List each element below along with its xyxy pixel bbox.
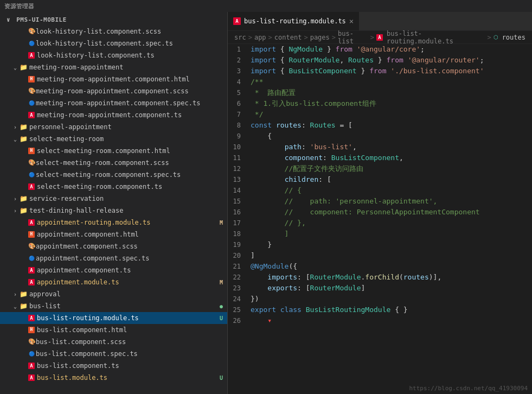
token-punct: }	[357, 67, 369, 75]
sidebar-item-bus-list-spec[interactable]: 🔵bus-list.component.spec.ts	[0, 348, 227, 360]
sidebar-item-appointment-routing[interactable]: Aappointment-routing.module.tsM	[0, 217, 227, 228]
sidebar-item-bus-list-module[interactable]: Abus-list.module.tsU	[0, 372, 227, 384]
breadcrumb-segment[interactable]: routes	[502, 34, 525, 41]
line-content[interactable]: children: [	[249, 174, 532, 185]
breadcrumb-segment[interactable]: content	[274, 34, 302, 41]
spec-icon: 🔵	[28, 255, 35, 262]
sidebar-item-service-folder[interactable]: ›📁service-reservation	[0, 193, 227, 205]
breadcrumb-segment[interactable]: pages	[310, 34, 330, 41]
breadcrumb-segment[interactable]: app	[254, 34, 266, 41]
line-content[interactable]: imports: [RouterModule.forChild(routes)]…	[249, 272, 532, 282]
sidebar-item-look-history-spec[interactable]: 🔵look-history-list.component.spec.ts	[0, 37, 227, 49]
line-content[interactable]: //配置子文件夹访问路由	[249, 163, 532, 174]
sidebar-item-meeting-room-html[interactable]: Hmeeting-room-appointment.component.html	[0, 73, 227, 85]
sidebar-item-meeting-room-spec[interactable]: 🔵meeting-room-appointment.component.spec…	[0, 97, 227, 109]
editor-tab[interactable]: A bus-list-routing.module.ts ×	[228, 12, 359, 30]
topbar: 资源管理器	[0, 0, 532, 12]
item-badge: M	[220, 220, 223, 226]
line-content[interactable]: {	[249, 131, 532, 141]
line-content[interactable]: // },	[249, 218, 532, 228]
token-punct: })	[251, 295, 259, 303]
line-content[interactable]: ▾	[249, 315, 532, 326]
angular-icon: A	[28, 219, 35, 226]
line-content[interactable]: ]	[249, 250, 532, 260]
sidebar-item-select-meeting-html[interactable]: Hselect-meeting-room.component.html	[0, 145, 227, 157]
sidebar-content[interactable]: 🎨look-history-list.component.scss🔵look-h…	[0, 26, 227, 394]
sidebar-item-select-meeting-ts[interactable]: Aselect-meeting-room.component.ts	[0, 181, 227, 193]
token-str: '@angular/router'	[408, 56, 480, 64]
line-content[interactable]: })	[249, 294, 532, 304]
token-comment: * 1.引入bus-list.component组件	[251, 99, 376, 107]
item-label: meeting-room-appointment.component.html	[37, 75, 227, 83]
token-fn: forChild	[365, 273, 399, 281]
line-content[interactable]: component: BusListComponent,	[249, 152, 532, 163]
item-badge: ●	[220, 303, 223, 309]
line-content[interactable]: * 路由配置	[249, 87, 532, 98]
sidebar-item-meeting-room-ts[interactable]: Ameeting-room-appointment.component.ts	[0, 109, 227, 121]
sidebar-item-approval-folder[interactable]: ›📁approval	[0, 288, 227, 300]
sidebar-item-meeting-room-folder[interactable]: ⌄📁meeting-room-appointment	[0, 61, 227, 73]
code-line: 12 //配置子文件夹访问路由	[228, 163, 532, 174]
code-editor[interactable]: 1import { NgModule } from '@angular/core…	[228, 44, 532, 394]
sidebar-item-select-meeting-folder[interactable]: ⌄📁select-meeting-room	[0, 133, 227, 145]
sidebar-item-bus-list-scss[interactable]: 🎨bus-list.component.scss	[0, 336, 227, 348]
line-content[interactable]: @NgModule({	[249, 261, 532, 271]
line-content[interactable]: export class BusListRoutingModule { }	[249, 304, 532, 315]
tree-arrow: ⌄	[11, 136, 20, 142]
angular-icon: A	[28, 363, 35, 369]
code-line: 2import { RouterModule, Routes } from '@…	[228, 55, 532, 66]
item-label: meeting-room-appointment	[29, 63, 227, 71]
sidebar-item-appointment-module[interactable]: Aappointment.module.tsM	[0, 276, 227, 288]
sidebar-item-select-meeting-scss[interactable]: 🎨select-meeting-room.component.scss	[0, 157, 227, 169]
code-line: 25export class BusListRoutingModule { }	[228, 304, 532, 315]
line-content[interactable]: */	[249, 109, 532, 119]
line-content[interactable]: ]	[249, 228, 532, 239]
line-content[interactable]: // component: PersonnelAppointmentCompon…	[249, 207, 532, 217]
token-punct: { }	[390, 306, 407, 314]
line-number: 2	[228, 55, 249, 66]
token-punct: ]	[251, 251, 255, 259]
sidebar-item-appointment-spec[interactable]: 🔵appointment.component.spec.ts	[0, 252, 227, 264]
sidebar-item-appointment-scss[interactable]: 🎨appointment.component.scss	[0, 240, 227, 252]
token-punct: :	[323, 154, 331, 162]
sidebar-item-appointment-html[interactable]: Happointment.component.html	[0, 228, 227, 240]
sidebar-item-select-meeting-spec[interactable]: 🔵select-meeting-room.component.spec.ts	[0, 169, 227, 181]
sidebar-item-bus-list-component[interactable]: Abus-list.component.ts	[0, 360, 227, 372]
line-content[interactable]: const routes: Routes = [	[249, 120, 532, 130]
token-punct	[272, 121, 276, 129]
sidebar-item-bus-list-folder[interactable]: ⌄📁bus-list●	[0, 300, 227, 312]
sidebar-item-appointment-ts[interactable]: Aappointment.component.ts	[0, 264, 227, 276]
line-content[interactable]: // path: 'personnel-appointment',	[249, 196, 532, 206]
html-icon: H	[28, 231, 35, 238]
tree-arrow: ›	[11, 291, 20, 297]
code-line: 21@NgModule({	[228, 261, 532, 272]
item-label: test-dining-hall-release	[29, 207, 227, 214]
line-content[interactable]: path: 'bus-list',	[249, 142, 532, 152]
sidebar-item-personnel-folder[interactable]: ›📁personnel-appointment	[0, 121, 227, 133]
sidebar-item-test-folder[interactable]: ›📁test-dining-hall-release	[0, 205, 227, 217]
line-content[interactable]: import { NgModule } from '@angular/core'…	[249, 44, 532, 54]
line-content[interactable]: }	[249, 239, 532, 250]
sidebar-item-look-history-ts[interactable]: Alook-history-list.component.ts	[0, 49, 227, 61]
code-line: 9 {	[228, 131, 532, 142]
sidebar-item-bus-list-html[interactable]: Hbus-list.component.html	[0, 324, 227, 336]
line-content[interactable]: import { RouterModule, Routes } from '@a…	[249, 55, 532, 65]
breadcrumb-segment[interactable]: bus-list-routing.module.ts	[387, 30, 485, 45]
sidebar-item-look-history-scss[interactable]: 🎨look-history-list.component.scss	[0, 26, 227, 37]
item-label: meeting-room-appointment.component.spec.…	[36, 99, 227, 107]
angular-icon: A	[28, 112, 35, 118]
breadcrumb-segment[interactable]: bus-list	[338, 30, 368, 45]
breadcrumb-segment[interactable]: src	[234, 34, 246, 41]
line-content[interactable]: import { BusListComponent } from './bus-…	[249, 66, 532, 76]
token-punct: {	[276, 56, 289, 64]
line-content[interactable]: /**	[249, 77, 532, 87]
line-number: 3	[228, 66, 249, 77]
line-content[interactable]: * 1.引入bus-list.component组件	[249, 98, 532, 109]
line-content[interactable]: // {	[249, 185, 532, 195]
sidebar-item-meeting-room-scss[interactable]: 🎨meeting-room-appointment.component.scss	[0, 85, 227, 97]
topbar-title: 资源管理器	[4, 2, 34, 10]
sidebar-item-bus-list-routing[interactable]: Abus-list-routing.module.tsU	[0, 312, 227, 324]
tab-angular-icon: A	[233, 17, 241, 25]
tab-close-button[interactable]: ×	[349, 17, 354, 26]
line-content[interactable]: exports: [RouterModule]	[249, 283, 532, 293]
